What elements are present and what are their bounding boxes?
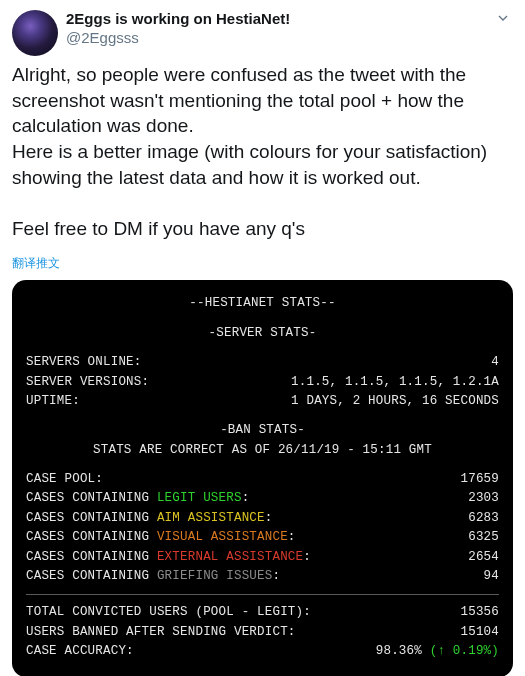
- external-row: CASES CONTAINING EXTERNAL ASSISTANCE: 26…: [26, 548, 499, 567]
- visual-row: CASES CONTAINING VISUAL ASSISTANCE: 6325: [26, 528, 499, 547]
- value: 1 DAYS, 2 HOURS, 16 SECONDS: [291, 392, 499, 411]
- terminal-title: --HESTIANET STATS--: [26, 294, 499, 313]
- tweet-header: 2Eggs is working on HestiaNet! @2Eggsss: [12, 10, 513, 56]
- tweet-text: Alright, so people were confused as the …: [12, 62, 513, 241]
- value: 17659: [460, 470, 499, 489]
- legit-label: LEGIT USERS: [157, 491, 242, 505]
- value: 4: [491, 353, 499, 372]
- value: 2303: [468, 489, 499, 508]
- label: SERVER VERSIONS:: [26, 373, 149, 392]
- value: 15356: [460, 603, 499, 622]
- uptime-row: UPTIME: 1 DAYS, 2 HOURS, 16 SECONDS: [26, 392, 499, 411]
- aim-row: CASES CONTAINING AIM ASSISTANCE: 6283: [26, 509, 499, 528]
- divider: [26, 594, 499, 595]
- value: 15104: [460, 623, 499, 642]
- user-handle[interactable]: @2Eggsss: [66, 29, 290, 48]
- servers-online-row: SERVERS ONLINE: 4: [26, 353, 499, 372]
- external-label: EXTERNAL ASSISTANCE: [157, 550, 303, 564]
- value: 1.1.5, 1.1.5, 1.1.5, 1.2.1A: [291, 373, 499, 392]
- server-versions-row: SERVER VERSIONS: 1.1.5, 1.1.5, 1.1.5, 1.…: [26, 373, 499, 392]
- ban-stats-sub: STATS ARE CORRECT AS OF 26/11/19 - 15:11…: [26, 441, 499, 460]
- value: 6283: [468, 509, 499, 528]
- label: UPTIME:: [26, 392, 80, 411]
- griefing-label: GRIEFING ISSUES: [157, 569, 273, 583]
- label: CASE ACCURACY:: [26, 642, 134, 661]
- accuracy-row: CASE ACCURACY: 98.36% (↑ 0.19%): [26, 642, 499, 661]
- label: TOTAL CONVICTED USERS (POOL - LEGIT):: [26, 603, 311, 622]
- chevron-down-icon[interactable]: [495, 10, 511, 30]
- visual-label: VISUAL ASSISTANCE: [157, 530, 288, 544]
- tweet-container: 2Eggs is working on HestiaNet! @2Eggsss …: [0, 0, 525, 676]
- display-name[interactable]: 2Eggs is working on HestiaNet!: [66, 10, 290, 29]
- terminal-image[interactable]: --HESTIANET STATS-- -SERVER STATS- SERVE…: [12, 280, 513, 676]
- server-stats-header: -SERVER STATS-: [26, 324, 499, 343]
- case-pool-row: CASE POOL: 17659: [26, 470, 499, 489]
- accuracy-value: 98.36%: [376, 644, 422, 658]
- value: 6325: [468, 528, 499, 547]
- label: CASE POOL:: [26, 470, 103, 489]
- accuracy-delta: (↑ 0.19%): [430, 644, 499, 658]
- label: USERS BANNED AFTER SENDING VERDICT:: [26, 623, 296, 642]
- translate-link[interactable]: 翻译推文: [12, 255, 60, 272]
- legit-row: CASES CONTAINING LEGIT USERS: 2303: [26, 489, 499, 508]
- users-banned-row: USERS BANNED AFTER SENDING VERDICT: 1510…: [26, 623, 499, 642]
- label: SERVERS ONLINE:: [26, 353, 142, 372]
- griefing-row: CASES CONTAINING GRIEFING ISSUES: 94: [26, 567, 499, 586]
- value: 94: [484, 567, 499, 586]
- avatar[interactable]: [12, 10, 58, 56]
- value: 2654: [468, 548, 499, 567]
- ban-stats-header: -BAN STATS-: [26, 421, 499, 440]
- total-convicted-row: TOTAL CONVICTED USERS (POOL - LEGIT): 15…: [26, 603, 499, 622]
- aim-label: AIM ASSISTANCE: [157, 511, 265, 525]
